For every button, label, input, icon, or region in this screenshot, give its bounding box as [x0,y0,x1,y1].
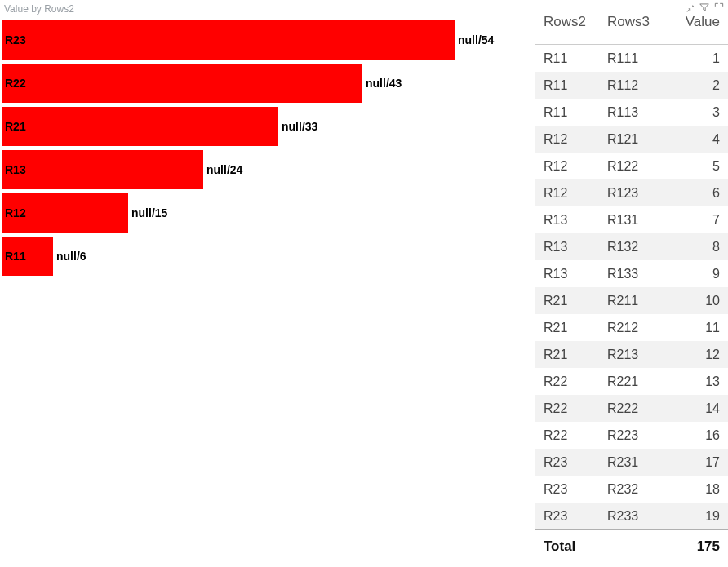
bar-row[interactable]: R13null/24 [2,148,535,191]
cell-value: 6 [664,179,728,206]
bar[interactable] [2,150,203,189]
cell-rows3: R113 [599,99,664,126]
table-row[interactable]: R12R1225 [535,153,728,179]
cell-value: 11 [664,314,728,341]
bar-category-label: R22 [5,77,26,90]
table-row[interactable]: R11R1122 [535,72,728,99]
bar-data-label: null/54 [458,33,494,47]
bar-data-label: null/6 [56,250,87,263]
cell-value: 19 [664,503,728,530]
cell-value: 1 [664,45,728,73]
cell-rows3: R231 [599,449,664,476]
cell-rows2: R11 [535,45,599,73]
cell-rows3: R123 [599,179,664,206]
table-row[interactable]: R12R1214 [535,126,728,153]
cell-rows2: R13 [535,233,599,260]
cell-rows3: R222 [599,395,664,422]
cell-rows2: R21 [535,341,599,368]
table-row[interactable]: R11R1111 [535,45,728,73]
cell-value: 8 [664,233,728,260]
cell-rows3: R111 [599,45,664,73]
col-header-rows2[interactable]: Rows2 [535,0,599,45]
bar-category-label: R11 [5,250,26,263]
cell-value: 12 [664,341,728,368]
cell-rows2: R12 [535,126,599,153]
table-row[interactable]: R21R21312 [535,341,728,368]
cell-rows2: R23 [535,449,599,476]
bar-data-label: null/15 [131,206,167,219]
cell-rows3: R221 [599,368,664,395]
bar-row[interactable]: R12null/15 [2,191,535,234]
pin-icon[interactable] [684,2,695,16]
cell-rows3: R213 [599,341,664,368]
table-row[interactable]: R13R1317 [535,206,728,233]
data-table-visual[interactable]: Rows2 Rows3 Value R11R1111R11R1122R11R11… [535,0,728,567]
cell-rows3: R232 [599,476,664,503]
cell-value: 17 [664,449,728,476]
table-row[interactable]: R12R1236 [535,179,728,206]
cell-rows2: R21 [535,287,599,314]
table-row[interactable]: R23R23319 [535,503,728,530]
cell-rows3: R121 [599,126,664,153]
cell-rows3: R212 [599,314,664,341]
cell-value: 9 [664,260,728,287]
cell-rows3: R131 [599,206,664,233]
bar-row[interactable]: R21null/33 [2,104,535,148]
total-label: Total [535,530,599,563]
focus-icon[interactable] [713,2,725,16]
col-header-rows3[interactable]: Rows3 [599,0,664,45]
cell-value: 2 [664,72,728,99]
cell-value: 4 [664,126,728,153]
bar[interactable] [2,64,362,103]
bar[interactable] [2,107,278,146]
bar-row[interactable]: R22null/43 [2,61,535,104]
bar-row[interactable]: R23null/54 [2,18,535,61]
cell-rows2: R22 [535,422,599,449]
bar-category-label: R23 [5,33,26,47]
cell-rows2: R11 [535,72,599,99]
cell-value: 13 [664,368,728,395]
table-row[interactable]: R21R21110 [535,287,728,314]
cell-rows3: R112 [599,72,664,99]
cell-rows2: R22 [535,395,599,422]
cell-rows3: R223 [599,422,664,449]
cell-rows2: R13 [535,260,599,287]
bar-data-label: null/43 [366,77,402,90]
table-row[interactable]: R13R1339 [535,260,728,287]
cell-rows3: R133 [599,260,664,287]
cell-value: 10 [664,287,728,314]
bar-data-label: null/33 [282,120,317,133]
cell-value: 14 [664,395,728,422]
bar-data-label: null/24 [206,163,242,176]
total-value: 175 [664,530,728,563]
bar-category-label: R12 [5,206,26,219]
filter-icon[interactable] [699,2,710,16]
table-total-row: Total 175 [535,530,728,563]
cell-value: 5 [664,153,728,179]
cell-value: 7 [664,206,728,233]
cell-rows2: R11 [535,99,599,126]
cell-rows3: R122 [599,153,664,179]
table-row[interactable]: R23R23117 [535,449,728,476]
bar-row[interactable]: R11null/6 [2,234,535,277]
bar-chart[interactable]: Value by Rows2 R23null/54R22null/43R21nu… [0,0,535,567]
cell-rows2: R13 [535,206,599,233]
cell-rows2: R23 [535,503,599,530]
cell-rows2: R21 [535,314,599,341]
table-row[interactable]: R21R21211 [535,314,728,341]
bar-category-label: R13 [5,163,26,176]
table-row[interactable]: R22R22316 [535,422,728,449]
table-row[interactable]: R13R1328 [535,233,728,260]
table-row[interactable]: R22R22214 [535,395,728,422]
bar[interactable] [2,20,455,60]
cell-rows2: R12 [535,153,599,179]
cell-value: 16 [664,422,728,449]
cell-rows3: R132 [599,233,664,260]
table-row[interactable]: R23R23218 [535,476,728,503]
table-row[interactable]: R22R22113 [535,368,728,395]
cell-rows2: R12 [535,179,599,206]
table-row[interactable]: R11R1133 [535,99,728,126]
chart-title: Value by Rows2 [2,2,535,18]
cell-rows2: R23 [535,476,599,503]
cell-rows3: R233 [599,503,664,530]
